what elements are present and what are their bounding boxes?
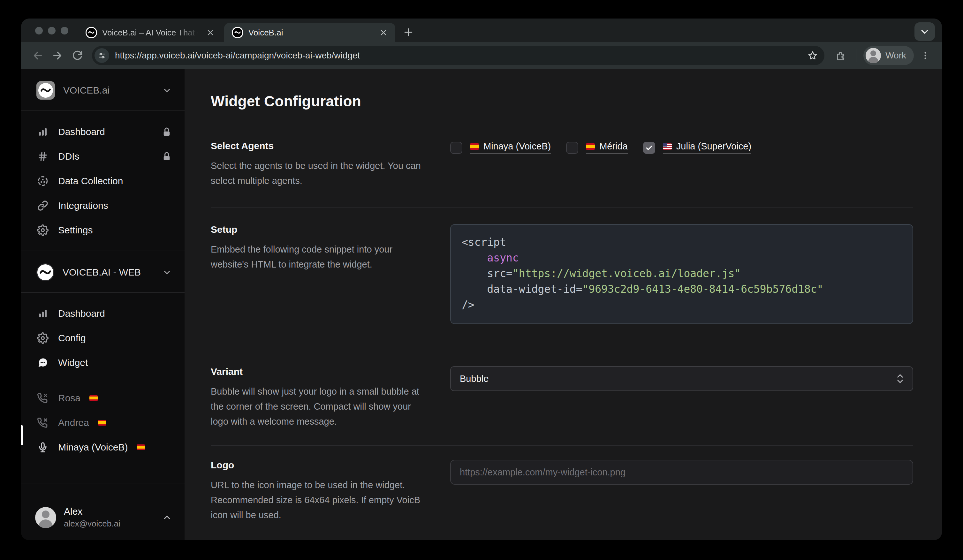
user-menu[interactable]: Alex alex@voiceb.ai (21, 497, 185, 540)
user-email: alex@voiceb.ai (64, 519, 154, 529)
code-src-string: "https://widget.voiceb.ai/loader.js" (512, 267, 741, 280)
phone-off-icon (36, 417, 49, 428)
sidebar-item-integrations[interactable]: Integrations (36, 193, 172, 218)
page-title: Widget Configuration (211, 92, 913, 110)
bar-chart-icon (36, 126, 49, 138)
agent-link[interactable]: Julia (SuperVoice) (663, 141, 751, 154)
logo-label: Logo (211, 460, 450, 471)
sidebar-item-widget[interactable]: Widget (36, 350, 172, 375)
org-switcher[interactable]: VOICEB.ai (21, 69, 185, 110)
chevron-down-icon (162, 86, 172, 95)
variant-select[interactable]: Bubble (450, 366, 913, 391)
profile-chip[interactable]: Work (863, 46, 914, 65)
browser-menu-icon[interactable] (917, 47, 934, 64)
close-tab-icon[interactable] (379, 28, 388, 37)
agent-link[interactable]: Minaya (VoiceB) (470, 141, 551, 154)
select-agents-description: Select the agents to be used in the widg… (211, 159, 422, 188)
checkbox-unchecked[interactable] (450, 142, 462, 154)
code-keyword: async (487, 252, 519, 264)
url-bar[interactable]: https://app.voiceb.ai/voiceb-ai/campaign… (92, 46, 824, 65)
variant-label: Variant (211, 366, 450, 377)
us-flag-icon (663, 143, 672, 150)
minimize-window-button[interactable] (48, 27, 55, 34)
reload-button[interactable] (69, 47, 86, 64)
window-controls[interactable] (35, 27, 68, 34)
link-icon (36, 200, 49, 211)
sidebar-item-config[interactable]: Config (36, 326, 172, 350)
campaign-logo (36, 264, 54, 281)
spain-flag-icon (137, 444, 145, 450)
logo-url-input[interactable] (450, 460, 913, 485)
extensions-puzzle-icon[interactable] (832, 47, 849, 64)
agent-option-julia[interactable]: Julia (SuperVoice) (643, 141, 751, 154)
setup-description: Embbed the following code snippet into y… (211, 242, 422, 272)
setup-label: Setup (211, 224, 450, 235)
variant-section: Variant Bubble will show just your logo … (211, 348, 913, 445)
maximize-window-button[interactable] (61, 27, 68, 34)
toolbar-divider (856, 49, 856, 62)
close-tab-icon[interactable] (206, 28, 215, 37)
hash-icon (36, 151, 49, 162)
sidebar-item-data-collection[interactable]: Data Collection (36, 168, 172, 193)
agent-options: Minaya (VoiceB) Mérida (450, 141, 913, 154)
back-button[interactable] (29, 47, 46, 64)
main-content: Widget Configuration Select Agents Selec… (185, 69, 942, 540)
agent-item-minaya[interactable]: Minaya (VoiceB) (36, 435, 172, 460)
campaign-nav: Dashboard Config Widget (21, 293, 185, 383)
checkbox-unchecked[interactable] (566, 142, 578, 154)
sidebar-item-campaign-dashboard[interactable]: Dashboard (36, 301, 172, 326)
select-arrows-icon (897, 374, 904, 384)
chevron-up-icon (162, 513, 172, 522)
agent-item-rosa[interactable]: Rosa (36, 386, 172, 410)
campaign-name: VOICEB.AI - WEB (63, 267, 154, 278)
setup-section: Setup Embbed the following code snippet … (211, 207, 913, 348)
chevron-down-icon (162, 267, 172, 277)
profile-name: Work (885, 50, 906, 61)
gear-icon (36, 332, 49, 344)
lock-icon (162, 127, 172, 137)
new-tab-button[interactable] (400, 24, 417, 41)
sidebar-item-settings[interactable]: Settings (36, 218, 172, 242)
profile-avatar (866, 48, 881, 63)
agents-list: Rosa Andrea Minaya (VoiceB) (21, 383, 185, 469)
sidebar-item-ddis[interactable]: DDIs (36, 144, 172, 168)
browser-toolbar: https://app.voiceb.ai/voiceb-ai/campaign… (21, 42, 942, 69)
sidebar-item-dashboard[interactable]: Dashboard (36, 120, 172, 144)
lock-icon (162, 151, 172, 162)
org-name: VOICEB.ai (63, 85, 154, 96)
voiceb-logo (36, 81, 55, 100)
gear-icon (36, 225, 49, 236)
close-window-button[interactable] (35, 27, 43, 34)
scan-circle-icon (36, 175, 49, 187)
agent-option-minaya[interactable]: Minaya (VoiceB) (450, 141, 551, 154)
bookmark-star-icon[interactable] (807, 50, 818, 61)
phone-off-icon (36, 393, 49, 403)
spain-flag-icon (586, 143, 595, 150)
tab-search-chevron-button[interactable] (914, 23, 935, 41)
user-name: Alex (64, 506, 154, 517)
agent-link[interactable]: Mérida (586, 141, 628, 154)
chat-bubble-icon (36, 357, 49, 369)
site-settings-icon[interactable] (94, 48, 109, 63)
divider (21, 483, 185, 483)
tab-voiceb-marketing[interactable]: VoiceB.ai – AI Voice That Con (78, 23, 222, 42)
bar-chart-icon (36, 308, 49, 319)
tab-strip: VoiceB.ai – AI Voice That Con VoiceB.ai (21, 18, 942, 42)
forward-button[interactable] (49, 47, 66, 64)
url-text[interactable]: https://app.voiceb.ai/voiceb-ai/campaign… (115, 50, 801, 61)
agent-item-andrea[interactable]: Andrea (36, 410, 172, 435)
tab-title: VoiceB.ai – AI Voice That Con (102, 28, 201, 38)
agent-option-merida[interactable]: Mérida (566, 141, 628, 154)
sidebar: VOICEB.ai Dashboard (21, 69, 185, 540)
checkbox-checked[interactable] (643, 142, 655, 154)
spain-flag-icon (89, 395, 98, 401)
spain-flag-icon (98, 420, 106, 426)
tab-voiceb-app[interactable]: VoiceB.ai (224, 23, 395, 42)
primary-nav: Dashboard DDIs (21, 111, 185, 251)
select-agents-label: Select Agents (211, 141, 450, 151)
active-item-indicator (21, 425, 23, 445)
spain-flag-icon (470, 143, 479, 150)
campaign-switcher[interactable]: VOICEB.AI - WEB (21, 251, 185, 292)
embed-code-block[interactable]: <script async src="https://widget.voiceb… (450, 224, 913, 324)
user-avatar (35, 507, 56, 528)
